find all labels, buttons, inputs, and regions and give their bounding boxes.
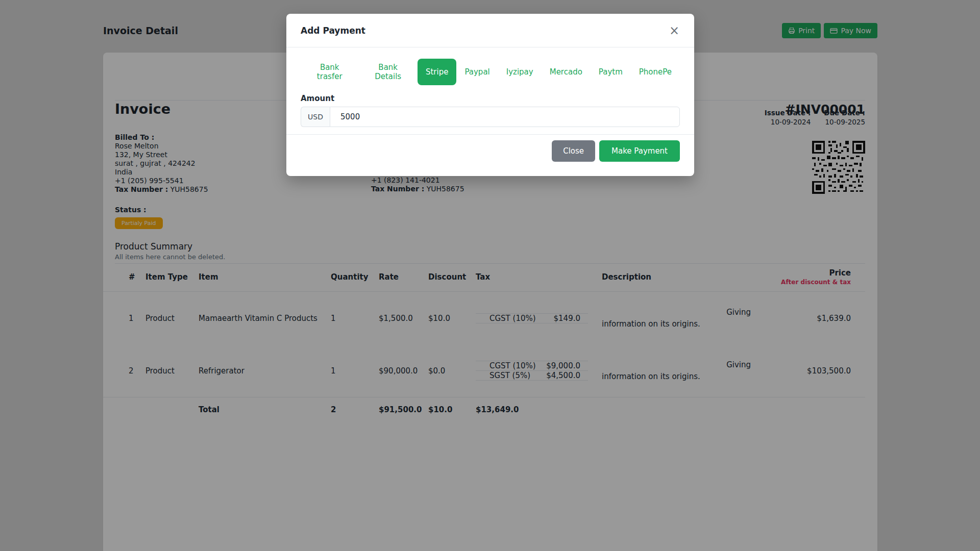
tab-phonepe[interactable]: PhonePe (631, 59, 680, 85)
tab-iyzipay[interactable]: Iyzipay (498, 59, 542, 85)
amount-input[interactable] (330, 107, 680, 127)
currency-addon: USD (301, 107, 330, 127)
payment-method-tabs: Bank trasfer Bank Details Stripe Paypal … (301, 59, 680, 85)
tab-mercado[interactable]: Mercado (542, 59, 591, 85)
tab-stripe[interactable]: Stripe (418, 59, 457, 85)
tab-bank-transfer[interactable]: Bank trasfer (301, 59, 358, 85)
close-icon[interactable]: × (667, 23, 682, 38)
add-payment-modal: Add Payment × Bank trasfer Bank Details … (286, 14, 694, 176)
amount-label: Amount (301, 94, 680, 103)
close-button[interactable]: Close (552, 140, 595, 162)
modal-footer: Close Make Payment (286, 134, 694, 162)
modal-title: Add Payment (301, 26, 365, 36)
tab-bank-details[interactable]: Bank Details (358, 59, 417, 85)
make-payment-button[interactable]: Make Payment (599, 140, 680, 162)
amount-input-group: USD (301, 107, 680, 127)
modal-header: Add Payment × (286, 14, 694, 47)
tab-paytm[interactable]: Paytm (591, 59, 631, 85)
tab-paypal[interactable]: Paypal (456, 59, 498, 85)
modal-body: Bank trasfer Bank Details Stripe Paypal … (286, 47, 694, 134)
page: Invoice Detail Print Pay Now Invoice #IN… (0, 0, 980, 551)
